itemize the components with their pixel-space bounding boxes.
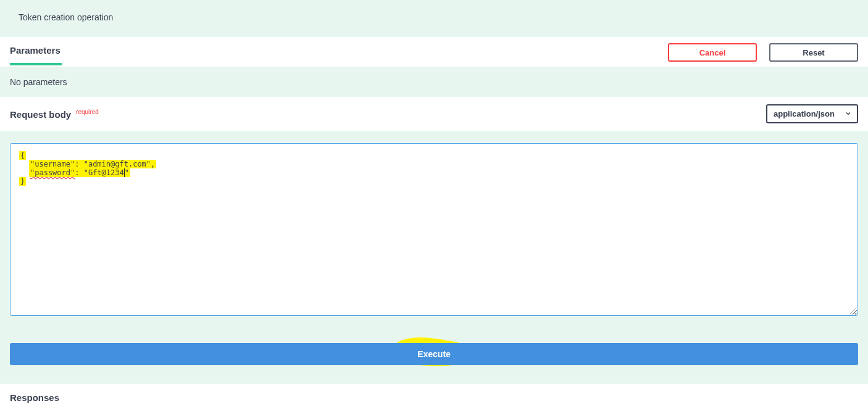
responses-title: Responses [0,384,868,407]
required-badge: required [76,109,99,115]
code-segment: "password": "Gft@1234" [29,168,130,177]
code-val: : "Gft@1234 [75,168,123,177]
svg-line-0 [850,308,856,314]
reset-button[interactable]: Reset [769,43,858,62]
code-key: "username" [30,160,75,168]
code-key: "password" [30,168,75,177]
request-body-title: Request body [10,109,71,119]
request-body-header: Request body required application/json [0,97,868,131]
no-parameters-text: No parameters [10,77,67,87]
svg-line-2 [855,313,856,314]
code-val: " [125,168,129,177]
parameters-header: Parameters Cancel Reset [0,37,868,67]
request-body-section: { "username": "admin@gft.com","password"… [0,131,868,384]
parameters-title: Parameters [10,45,61,60]
resize-handle-icon[interactable] [849,307,856,314]
code-close-brace: } [19,177,26,186]
execute-button[interactable]: Execute [10,343,858,365]
request-body-editor[interactable]: { "username": "admin@gft.com","password"… [10,143,858,316]
no-parameters-row: No parameters [0,67,868,97]
request-body-title-wrap: Request body required [10,109,99,120]
code-line: "password": "Gft@1234" [19,168,849,177]
execute-wrap: Execute [10,343,858,365]
code-val: : "admin@gft.com", [75,160,155,168]
cancel-button[interactable]: Cancel [668,43,757,62]
code-area-wrap: { "username": "admin@gft.com","password"… [10,143,858,316]
parameters-actions: Cancel Reset [668,43,858,62]
content-type-wrap: application/json [766,104,858,123]
code-line: "username": "admin@gft.com", [19,160,849,168]
operation-description-text: Token creation operation [19,12,113,22]
code-open-brace: { [19,151,26,160]
code-segment: "username": "admin@gft.com", [29,160,156,168]
content-type-select[interactable]: application/json [766,104,858,123]
operation-description: Token creation operation [0,0,868,37]
